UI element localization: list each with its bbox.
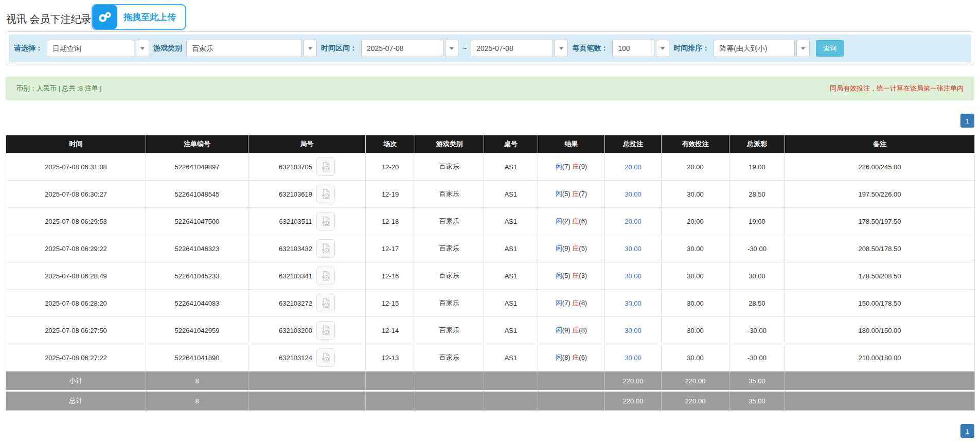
video-replay-button[interactable]	[316, 239, 335, 258]
cell-valid-bet: 20.00	[662, 208, 729, 235]
total-bet-link[interactable]: 30.00	[625, 299, 642, 307]
page-1-button[interactable]: 1	[960, 114, 974, 128]
total-bet-link[interactable]: 30.00	[625, 272, 642, 280]
result-banker-label: 庄	[572, 353, 579, 361]
cell-table-no: AS1	[484, 235, 538, 262]
result-banker-score: (6)	[579, 217, 587, 225]
search-button[interactable]: 查询	[816, 40, 844, 57]
cell-session: 12-14	[366, 317, 415, 344]
chevron-down-icon[interactable]	[796, 40, 810, 57]
date-from-picker[interactable]: 2025-07-08	[361, 40, 458, 57]
cell-round-id: 632103619	[248, 181, 366, 208]
total-bet-link[interactable]: 30.00	[625, 190, 642, 198]
cell-total-bet: 30.00	[605, 344, 662, 372]
chevron-down-icon[interactable]	[555, 40, 568, 57]
page-size-select[interactable]: 100	[612, 40, 669, 57]
result-banker-label: 庄	[572, 244, 579, 252]
video-file-icon	[320, 243, 331, 254]
video-file-icon	[320, 270, 331, 281]
grand-total-count: 8	[146, 391, 248, 411]
cell-result: 闲(9) 庄(5)	[538, 235, 605, 262]
result-player-score: (7)	[562, 163, 571, 170]
video-replay-button[interactable]	[316, 321, 335, 340]
game-type-select[interactable]: 百家乐	[186, 40, 317, 57]
game-type-label: 游戏类别	[153, 44, 182, 53]
video-replay-button[interactable]	[316, 294, 335, 312]
subtotal-label: 小计	[6, 372, 146, 391]
total-bet-link[interactable]: 30.00	[625, 354, 642, 362]
total-bet-link[interactable]: 20.00	[625, 163, 642, 171]
time-sort-value[interactable]: 降幂(由大到小)	[714, 40, 795, 57]
total-bet-link[interactable]: 20.00	[625, 218, 642, 225]
video-replay-button[interactable]	[316, 267, 335, 285]
total-bet-link[interactable]: 30.00	[625, 327, 642, 334]
result-banker-label: 庄	[572, 326, 579, 334]
upload-dropzone[interactable]: 拖拽至此上传	[92, 4, 186, 30]
cell-game-type: 百家乐	[415, 290, 484, 317]
cell-session: 12-19	[366, 181, 415, 208]
table-row: 2025-07-08 06:30:27 522641048545 6321036…	[6, 181, 975, 208]
query-type-label: 请选择：	[14, 44, 43, 53]
cell-payout: -30.00	[729, 344, 785, 372]
cell-time: 2025-07-08 06:30:27	[6, 181, 146, 208]
video-file-icon	[320, 161, 331, 172]
video-replay-button[interactable]	[316, 157, 335, 176]
game-type-value[interactable]: 百家乐	[186, 40, 302, 57]
page-size-value[interactable]: 100	[612, 40, 654, 57]
cell-total-bet: 30.00	[605, 290, 662, 317]
result-player-label: 闲	[556, 299, 562, 307]
cell-remark: 178.50/197.50	[785, 208, 975, 235]
result-banker-label: 庄	[572, 190, 579, 198]
cell-valid-bet: 30.00	[662, 317, 729, 344]
result-player-label: 闲	[556, 217, 562, 225]
cell-remark: 178.50/208.50	[785, 262, 975, 290]
column-header: 游戏类别	[415, 135, 484, 153]
bet-records-table: 时间注单编号局号场次游戏类别桌号结果总投注有效投注总派彩备注 2025-07-0…	[6, 135, 975, 411]
table-row: 2025-07-08 06:31:08 522641049897 6321037…	[6, 153, 975, 181]
video-replay-button[interactable]	[316, 185, 335, 203]
result-banker-score: (9)	[579, 163, 587, 170]
result-player-score: (5)	[562, 272, 571, 279]
video-file-icon	[320, 352, 331, 363]
upload-dropzone-label: 拖拽至此上传	[123, 11, 176, 23]
date-to-value[interactable]: 2025-07-08	[471, 40, 553, 57]
table-row: 2025-07-08 06:29:53 522641047500 6321035…	[6, 208, 975, 235]
table-header-row: 时间注单编号局号场次游戏类别桌号结果总投注有效投注总派彩备注	[6, 135, 975, 153]
video-replay-button[interactable]	[316, 212, 335, 231]
chevron-down-icon[interactable]	[445, 40, 458, 57]
cell-bet-id: 522641042959	[146, 317, 248, 344]
cell-session: 12-15	[366, 290, 415, 317]
cell-payout: 19.00	[729, 208, 785, 235]
video-file-icon	[320, 188, 331, 200]
cell-game-type: 百家乐	[415, 235, 484, 262]
query-type-value[interactable]: 日期查询	[47, 40, 134, 57]
cell-result: 闲(7) 庄(9)	[538, 153, 605, 181]
range-separator: ~	[462, 44, 467, 52]
cell-session: 12-17	[366, 235, 415, 262]
time-sort-select[interactable]: 降幂(由大到小)	[714, 40, 810, 57]
round-id-text: 632103124	[279, 354, 312, 362]
date-to-picker[interactable]: 2025-07-08	[471, 40, 568, 57]
cell-valid-bet: 30.00	[662, 290, 729, 317]
cell-result: 闲(8) 庄(6)	[538, 344, 605, 372]
cell-game-type: 百家乐	[415, 344, 484, 372]
total-bet-link[interactable]: 30.00	[625, 245, 642, 253]
pagination-bottom: 1	[6, 424, 974, 438]
cell-game-type: 百家乐	[415, 153, 484, 181]
result-player-label: 闲	[556, 272, 562, 279]
column-header: 桌号	[484, 135, 538, 153]
video-replay-button[interactable]	[316, 348, 335, 367]
chevron-down-icon[interactable]	[304, 40, 317, 57]
pagination-top: 1	[6, 114, 974, 128]
date-from-value[interactable]: 2025-07-08	[361, 40, 443, 57]
chevron-down-icon[interactable]	[136, 40, 149, 57]
time-range-label: 时间区间：	[321, 44, 357, 53]
cell-bet-id: 522641044083	[146, 290, 248, 317]
page-1-button[interactable]: 1	[960, 424, 974, 438]
column-header: 备注	[785, 135, 975, 153]
table-row: 2025-07-08 06:29:22 522641046323 6321034…	[6, 235, 975, 262]
query-type-select[interactable]: 日期查询	[47, 40, 149, 57]
cell-round-id: 632103432	[248, 235, 366, 262]
chevron-down-icon[interactable]	[656, 40, 669, 57]
cell-total-bet: 20.00	[605, 153, 662, 181]
